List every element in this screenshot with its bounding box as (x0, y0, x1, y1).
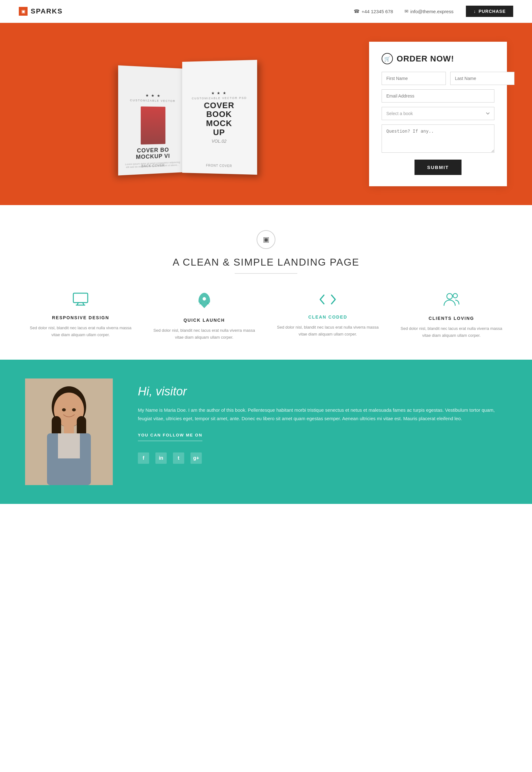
phone-number: +44 12345 678 (362, 9, 393, 14)
book-back-label: CUSTOMIZABLE VECTOR (130, 98, 176, 102)
features-divider (235, 273, 297, 274)
author-image (25, 378, 113, 485)
name-row (382, 72, 494, 85)
book-back-title: COVER BOMOCKUP VI (136, 147, 170, 160)
author-content: Hi, visitor My Name is Maria Doe. I am t… (138, 378, 507, 464)
googleplus-icon[interactable]: g+ (190, 452, 202, 464)
download-icon: ↓ (473, 9, 476, 14)
monitor-icon (73, 293, 88, 309)
facebook-icon[interactable]: f (138, 452, 149, 464)
feature-item-launch: QUICK LAUNCH Sed dolor nisl, blandit nec… (149, 293, 260, 341)
purchase-button[interactable]: ↓ PURCHASE (466, 6, 513, 17)
stars-back: ★ ★ ★ (145, 93, 161, 98)
feature-item-responsive: RESPONSIVE DESIGN Sed dolor nisl, blandi… (25, 293, 136, 341)
features-grid: RESPONSIVE DESIGN Sed dolor nisl, blandi… (25, 293, 507, 341)
feature-item-coded: CLEAN CODED Sed dolor nisl, blandit nec … (272, 293, 383, 341)
social-icons: f in t g+ (138, 452, 507, 464)
feature-title-clients: CLIENTS LOVING (429, 316, 474, 321)
order-form-title: 🛒 ORDER NOW! (382, 53, 494, 64)
header-right: ☎ +44 12345 678 ✉ info@theme.express ↓ P… (354, 6, 513, 17)
svg-point-4 (203, 297, 206, 300)
feature-title-responsive: RESPONSIVE DESIGN (52, 315, 109, 320)
author-photo (25, 378, 113, 485)
book-back-tag: BACK COVER (141, 163, 164, 168)
header-contact: ☎ +44 12345 678 ✉ info@theme.express (354, 8, 453, 14)
logo-icon: ▣ (19, 7, 28, 16)
email-icon: ✉ (404, 8, 409, 14)
author-bio: My Name is Maria Doe. I am the author of… (138, 406, 507, 423)
email-address: info@theme.express (410, 9, 454, 14)
svg-point-6 (453, 294, 457, 298)
feature-desc-clients: Sed dolor nisl, blandit nec lacus erat n… (396, 325, 507, 339)
feature-item-clients: CLIENTS LOVING Sed dolor nisl, blandit n… (396, 293, 507, 341)
book-back: ★ ★ ★ CUSTOMIZABLE VECTOR COVER BOMOCKUP… (118, 65, 186, 175)
author-greeting: Hi, visitor (138, 385, 507, 398)
linkedin-icon[interactable]: in (155, 452, 167, 464)
cart-icon: 🛒 (382, 53, 393, 64)
svg-point-15 (62, 408, 66, 411)
last-name-input[interactable] (450, 72, 514, 85)
book-front-tag: FRONT COVER (206, 164, 232, 168)
hero-section: ★ ★ ★ CUSTOMIZABLE VECTOR COVER BOMOCKUP… (0, 23, 532, 205)
features-top-icon: ▣ (257, 230, 275, 249)
feature-desc-launch: Sed dolor nisl, blandit nec lacus erat n… (149, 327, 260, 341)
svg-rect-14 (58, 433, 80, 458)
features-heading: A CLEAN & SIMPLE LANDING PAGE (25, 257, 507, 268)
feature-desc-responsive: Sed dolor nisl, blandit nec lacus erat n… (25, 325, 136, 338)
book-front: ★ ★ ★ CUSTOMIZABLE VECTOR PSD COVERBOOKM… (182, 60, 257, 174)
follow-label: YOU CAN FOLLOW ME ON (138, 433, 202, 441)
question-textarea[interactable] (382, 124, 494, 153)
code-icon (319, 293, 336, 308)
feature-desc-coded: Sed dolor nisl, blandit nec lacus erat n… (272, 324, 383, 338)
svg-point-5 (447, 294, 452, 299)
author-section: Hi, visitor My Name is Maria Doe. I am t… (0, 360, 532, 504)
svg-rect-0 (73, 293, 88, 303)
phone-contact: ☎ +44 12345 678 (354, 8, 393, 14)
svg-point-16 (72, 408, 76, 411)
email-contact: ✉ info@theme.express (404, 8, 454, 14)
header: ▣ SPARKS ☎ +44 12345 678 ✉ info@theme.ex… (0, 0, 532, 23)
logo-area: ▣ SPARKS (19, 7, 63, 16)
book-vol: VOL.02 (211, 138, 226, 143)
book-mockup: ★ ★ ★ CUSTOMIZABLE VECTOR COVER BOMOCKUP… (25, 55, 350, 174)
logo-text: SPARKS (31, 7, 63, 15)
book-front-label: CUSTOMIZABLE VECTOR PSD (192, 96, 247, 100)
phone-icon: ☎ (354, 8, 360, 14)
twitter-icon[interactable]: t (173, 452, 184, 464)
feature-title-launch: QUICK LAUNCH (184, 318, 225, 323)
users-icon (443, 293, 460, 310)
book-back-image (141, 106, 165, 144)
order-form-box: 🛒 ORDER NOW! Select a book Book 1 Book 2… (369, 42, 507, 186)
svg-rect-12 (64, 425, 74, 434)
book-front-title: COVERBOOKMOCKUP (204, 101, 234, 137)
features-section: ▣ A CLEAN & SIMPLE LANDING PAGE RESPONSI… (0, 205, 532, 360)
feature-title-coded: CLEAN CODED (308, 315, 347, 320)
first-name-input[interactable] (382, 72, 446, 85)
stars-front: ★ ★ ★ (211, 91, 227, 95)
email-input[interactable] (382, 89, 494, 102)
rocket-icon (197, 293, 211, 311)
submit-button[interactable]: SUBMIT (415, 159, 462, 175)
book-select[interactable]: Select a book Book 1 Book 2 Book 3 (382, 107, 494, 120)
